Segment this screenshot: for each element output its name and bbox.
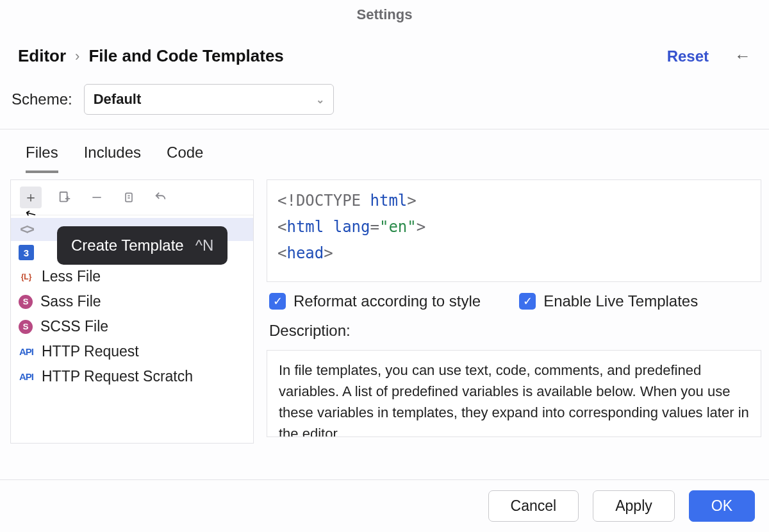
reset-link[interactable]: Reset <box>667 47 709 65</box>
list-item[interactable]: {L}Less File <box>11 264 253 289</box>
create-template-tooltip: Create Template ^N <box>57 226 227 265</box>
dialog-footer: Cancel Apply OK <box>0 479 769 532</box>
list-item[interactable]: APIHTTP Request <box>11 339 253 364</box>
live-templates-label: Enable Live Templates <box>543 292 698 310</box>
file-label: HTTP Request <box>42 343 139 360</box>
tab-code[interactable]: Code <box>167 144 203 173</box>
live-templates-checkbox[interactable]: ✓ Enable Live Templates <box>519 292 698 310</box>
reformat-label: Reformat according to style <box>294 292 481 310</box>
copy-button[interactable] <box>120 188 138 206</box>
undo-button[interactable] <box>152 188 170 206</box>
check-icon: ✓ <box>519 293 536 310</box>
apply-button[interactable]: Apply <box>593 490 675 522</box>
angle-icon: <> <box>19 222 34 237</box>
reformat-checkbox[interactable]: ✓ Reformat according to style <box>269 292 481 310</box>
add-template-button[interactable]: ＋ <box>20 187 42 208</box>
scheme-label: Scheme: <box>12 90 72 108</box>
tab-files[interactable]: Files <box>26 144 58 173</box>
create-from-template-button[interactable] <box>56 188 74 206</box>
tooltip-shortcut: ^N <box>195 237 214 254</box>
breadcrumb-parent[interactable]: Editor <box>18 46 66 66</box>
window-title: Settings <box>0 0 769 28</box>
scheme-dropdown[interactable]: Default ⌄ <box>84 84 334 115</box>
back-arrow-icon[interactable]: ← <box>734 46 751 66</box>
sass-icon: S <box>19 320 33 334</box>
sass-icon: S <box>19 295 33 309</box>
list-item[interactable]: SSass File <box>11 289 253 314</box>
remove-button[interactable] <box>88 188 106 206</box>
breadcrumb: Editor › File and Code Templates <box>18 46 667 66</box>
breadcrumb-current: File and Code Templates <box>88 46 283 66</box>
list-item[interactable]: SSCSS File <box>11 314 253 339</box>
description-box: In file templates, you can use text, cod… <box>267 350 761 437</box>
scheme-value: Default <box>94 91 142 108</box>
template-code-editor[interactable]: <!DOCTYPE html> <html lang="en"> <head> <box>267 179 761 282</box>
check-icon: ✓ <box>269 293 286 310</box>
css-icon: 3 <box>19 245 34 260</box>
api-icon: API <box>19 344 34 360</box>
template-toolbar: ＋ ↖ <box>11 180 253 215</box>
less-icon: {L} <box>19 269 34 285</box>
svg-rect-0 <box>60 192 67 202</box>
cancel-button[interactable]: Cancel <box>488 490 579 522</box>
tooltip-text: Create Template <box>71 237 184 254</box>
tab-includes[interactable]: Includes <box>84 144 141 173</box>
file-label: SCSS File <box>40 318 108 335</box>
description-label: Description: <box>267 320 761 341</box>
file-label: HTTP Request Scratch <box>42 368 193 385</box>
api-icon: API <box>19 369 34 385</box>
breadcrumb-sep-icon: › <box>75 48 79 65</box>
template-list-panel: ＋ ↖ Create Template ^N <>3{L}Less FileSS… <box>10 179 254 444</box>
list-item[interactable]: APIHTTP Request Scratch <box>11 364 253 389</box>
ok-button[interactable]: OK <box>689 490 755 522</box>
file-label: Less File <box>42 268 101 285</box>
chevron-down-icon: ⌄ <box>316 94 324 106</box>
file-label: Sass File <box>40 293 101 310</box>
